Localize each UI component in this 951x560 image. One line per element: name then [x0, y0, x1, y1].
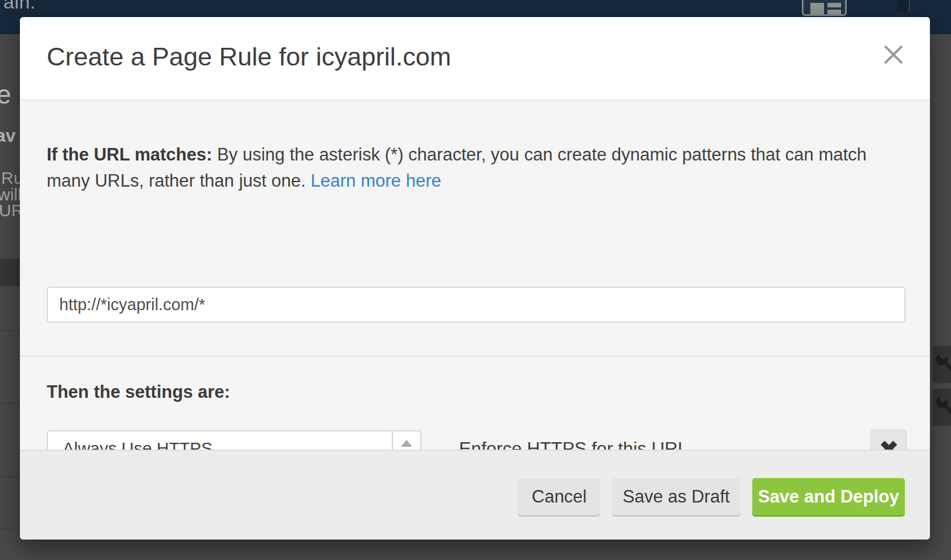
layout-icon-bar	[827, 3, 841, 7]
dialog-footer: Cancel Save as Draft Save and Deploy	[20, 450, 930, 540]
notification-icon	[897, 0, 910, 12]
save-as-draft-button[interactable]: Save as Draft	[612, 478, 740, 515]
screen: ain. e av Ru will UR Create a Page Rule …	[0, 0, 951, 560]
url-match-lead: If the URL matches:	[47, 145, 212, 164]
create-page-rule-dialog: Create a Page Rule for icyapril.com If t…	[20, 17, 930, 540]
chevron-up-icon	[401, 440, 412, 447]
background-row-divider	[0, 330, 21, 331]
url-match-description: If the URL matches: By using the asteris…	[47, 142, 884, 194]
close-button[interactable]	[882, 43, 905, 66]
dialog-body: If the URL matches: By using the asteris…	[20, 100, 930, 450]
dialog-title: Create a Page Rule for icyapril.com	[47, 42, 451, 72]
layout-icon	[802, 0, 847, 16]
layout-icon-bar	[827, 10, 841, 14]
background-bold-fragment: av	[0, 125, 16, 146]
background-row-divider	[0, 528, 21, 529]
dialog-header: Create a Page Rule for icyapril.com	[20, 17, 930, 100]
close-icon	[882, 43, 905, 66]
background-row-divider	[0, 476, 21, 477]
background-wrench-button	[933, 346, 951, 383]
cancel-button[interactable]: Cancel	[518, 478, 600, 515]
learn-more-link[interactable]: Learn more here	[311, 171, 441, 191]
background-heading-fragment: e	[0, 79, 11, 110]
settings-heading: Then the settings are:	[47, 382, 230, 402]
background-wrench-button	[933, 389, 951, 426]
save-and-deploy-button[interactable]: Save and Deploy	[752, 478, 905, 515]
wrench-icon	[935, 353, 951, 376]
background-row-divider	[0, 402, 21, 403]
background-text-fragment: ain.	[3, 0, 36, 13]
section-divider	[20, 356, 930, 357]
layout-icon-block	[810, 3, 824, 14]
wrench-icon	[935, 396, 951, 418]
url-pattern-input[interactable]	[47, 287, 905, 323]
background-table-header-fragment	[0, 259, 21, 286]
